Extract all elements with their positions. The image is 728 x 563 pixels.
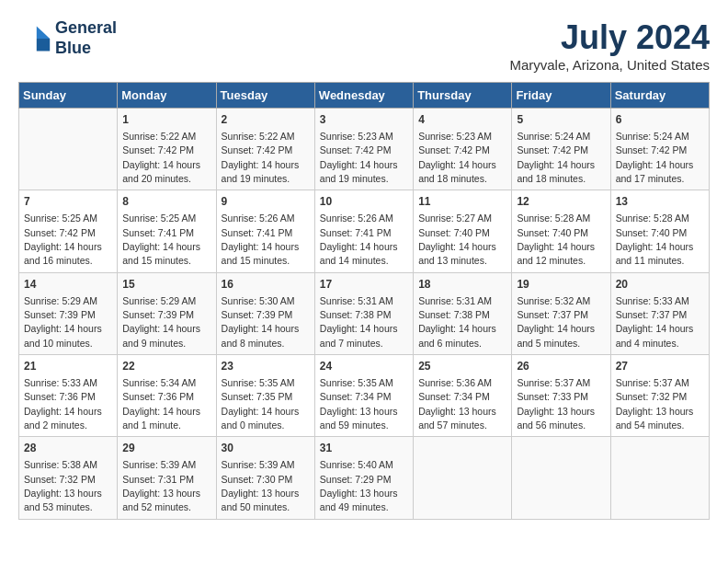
day-info: Sunrise: 5:31 AM Sunset: 7:38 PM Dayligh…: [320, 295, 398, 349]
day-number: 19: [517, 277, 605, 293]
week-row-3: 14Sunrise: 5:29 AM Sunset: 7:39 PM Dayli…: [19, 272, 710, 354]
day-cell: 3Sunrise: 5:23 AM Sunset: 7:42 PM Daylig…: [314, 109, 413, 190]
day-number: 5: [517, 112, 605, 128]
col-header-thursday: Thursday: [414, 83, 512, 109]
day-number: 28: [24, 441, 112, 456]
day-number: 2: [222, 112, 310, 128]
day-info: Sunrise: 5:37 AM Sunset: 7:32 PM Dayligh…: [616, 377, 694, 431]
col-header-wednesday: Wednesday: [314, 83, 413, 109]
day-info: Sunrise: 5:23 AM Sunset: 7:42 PM Dayligh…: [418, 131, 496, 184]
day-info: Sunrise: 5:25 AM Sunset: 7:42 PM Dayligh…: [24, 213, 102, 266]
col-header-friday: Friday: [512, 83, 610, 109]
day-info: Sunrise: 5:37 AM Sunset: 7:33 PM Dayligh…: [517, 377, 595, 431]
day-cell: 8Sunrise: 5:25 AM Sunset: 7:41 PM Daylig…: [118, 190, 216, 272]
day-cell: 22Sunrise: 5:34 AM Sunset: 7:36 PM Dayli…: [118, 355, 216, 437]
day-cell: 1Sunrise: 5:22 AM Sunset: 7:42 PM Daylig…: [118, 109, 216, 190]
day-number: 21: [24, 359, 112, 374]
day-number: 14: [24, 277, 112, 293]
day-cell: 16Sunrise: 5:30 AM Sunset: 7:39 PM Dayli…: [216, 272, 314, 354]
day-number: 1: [122, 112, 210, 128]
day-number: 20: [616, 277, 704, 293]
day-cell: 19Sunrise: 5:32 AM Sunset: 7:37 PM Dayli…: [512, 272, 610, 354]
day-number: 6: [616, 112, 704, 128]
day-info: Sunrise: 5:28 AM Sunset: 7:40 PM Dayligh…: [517, 213, 595, 266]
day-info: Sunrise: 5:26 AM Sunset: 7:41 PM Dayligh…: [320, 213, 398, 266]
day-number: 25: [418, 359, 506, 374]
day-cell: 18Sunrise: 5:31 AM Sunset: 7:38 PM Dayli…: [414, 272, 512, 354]
day-number: 17: [320, 277, 408, 293]
day-cell: 29Sunrise: 5:39 AM Sunset: 7:31 PM Dayli…: [118, 437, 216, 519]
day-cell: 13Sunrise: 5:28 AM Sunset: 7:40 PM Dayli…: [610, 190, 709, 272]
calendar-table: SundayMondayTuesdayWednesdayThursdayFrid…: [18, 82, 710, 520]
day-cell: 17Sunrise: 5:31 AM Sunset: 7:38 PM Dayli…: [314, 272, 413, 354]
day-number: 31: [320, 441, 408, 456]
day-cell: 14Sunrise: 5:29 AM Sunset: 7:39 PM Dayli…: [19, 272, 118, 354]
day-cell: 24Sunrise: 5:35 AM Sunset: 7:34 PM Dayli…: [314, 355, 413, 437]
page-header: General Blue July 2024 Maryvale, Arizona…: [18, 18, 710, 73]
location: Maryvale, Arizona, United States: [509, 57, 710, 73]
day-info: Sunrise: 5:27 AM Sunset: 7:40 PM Dayligh…: [418, 213, 496, 266]
day-cell: 27Sunrise: 5:37 AM Sunset: 7:32 PM Dayli…: [610, 355, 709, 437]
svg-marker-0: [37, 26, 50, 39]
month-year: July 2024: [509, 18, 710, 57]
day-number: 23: [222, 359, 310, 374]
day-cell: 4Sunrise: 5:23 AM Sunset: 7:42 PM Daylig…: [414, 109, 512, 190]
day-info: Sunrise: 5:36 AM Sunset: 7:34 PM Dayligh…: [418, 377, 496, 431]
svg-marker-1: [37, 39, 50, 52]
day-info: Sunrise: 5:38 AM Sunset: 7:32 PM Dayligh…: [24, 459, 102, 512]
day-info: Sunrise: 5:31 AM Sunset: 7:38 PM Dayligh…: [418, 295, 496, 349]
day-number: 3: [320, 112, 408, 128]
logo: General Blue: [18, 18, 117, 58]
day-number: 27: [616, 359, 704, 374]
day-number: 18: [418, 277, 506, 293]
day-cell: [19, 109, 118, 190]
col-header-sunday: Sunday: [19, 83, 118, 109]
day-info: Sunrise: 5:28 AM Sunset: 7:40 PM Dayligh…: [616, 213, 694, 266]
day-cell: [414, 437, 512, 519]
day-cell: 31Sunrise: 5:40 AM Sunset: 7:29 PM Dayli…: [314, 437, 413, 519]
week-row-2: 7Sunrise: 5:25 AM Sunset: 7:42 PM Daylig…: [19, 190, 710, 272]
title-block: July 2024 Maryvale, Arizona, United Stat…: [509, 18, 710, 73]
day-cell: 11Sunrise: 5:27 AM Sunset: 7:40 PM Dayli…: [414, 190, 512, 272]
week-row-4: 21Sunrise: 5:33 AM Sunset: 7:36 PM Dayli…: [19, 355, 710, 437]
col-header-saturday: Saturday: [610, 83, 709, 109]
day-number: 29: [122, 441, 210, 456]
day-info: Sunrise: 5:25 AM Sunset: 7:41 PM Dayligh…: [122, 213, 200, 266]
day-info: Sunrise: 5:22 AM Sunset: 7:42 PM Dayligh…: [122, 131, 200, 184]
day-info: Sunrise: 5:30 AM Sunset: 7:39 PM Dayligh…: [222, 295, 300, 349]
day-cell: 28Sunrise: 5:38 AM Sunset: 7:32 PM Dayli…: [19, 437, 118, 519]
day-cell: 30Sunrise: 5:39 AM Sunset: 7:30 PM Dayli…: [216, 437, 314, 519]
day-number: 30: [222, 441, 310, 456]
day-info: Sunrise: 5:24 AM Sunset: 7:42 PM Dayligh…: [616, 131, 694, 184]
day-cell: 25Sunrise: 5:36 AM Sunset: 7:34 PM Dayli…: [414, 355, 512, 437]
logo-line2: Blue: [55, 39, 117, 59]
day-number: 4: [418, 112, 506, 128]
day-info: Sunrise: 5:39 AM Sunset: 7:30 PM Dayligh…: [222, 459, 300, 512]
col-header-monday: Monday: [118, 83, 216, 109]
day-info: Sunrise: 5:29 AM Sunset: 7:39 PM Dayligh…: [122, 295, 200, 349]
day-info: Sunrise: 5:26 AM Sunset: 7:41 PM Dayligh…: [222, 213, 300, 266]
day-number: 9: [222, 194, 310, 210]
day-cell: [610, 437, 709, 519]
day-info: Sunrise: 5:22 AM Sunset: 7:42 PM Dayligh…: [222, 131, 300, 184]
day-cell: 12Sunrise: 5:28 AM Sunset: 7:40 PM Dayli…: [512, 190, 610, 272]
day-cell: 2Sunrise: 5:22 AM Sunset: 7:42 PM Daylig…: [216, 109, 314, 190]
col-header-tuesday: Tuesday: [216, 83, 314, 109]
day-cell: 7Sunrise: 5:25 AM Sunset: 7:42 PM Daylig…: [19, 190, 118, 272]
day-cell: 21Sunrise: 5:33 AM Sunset: 7:36 PM Dayli…: [19, 355, 118, 437]
day-info: Sunrise: 5:29 AM Sunset: 7:39 PM Dayligh…: [24, 295, 102, 349]
day-info: Sunrise: 5:33 AM Sunset: 7:37 PM Dayligh…: [616, 295, 694, 349]
day-number: 24: [320, 359, 408, 374]
day-number: 22: [122, 359, 210, 374]
day-cell: [512, 437, 610, 519]
header-row: SundayMondayTuesdayWednesdayThursdayFrid…: [19, 83, 710, 109]
day-info: Sunrise: 5:35 AM Sunset: 7:35 PM Dayligh…: [222, 377, 300, 431]
day-cell: 5Sunrise: 5:24 AM Sunset: 7:42 PM Daylig…: [512, 109, 610, 190]
day-cell: 10Sunrise: 5:26 AM Sunset: 7:41 PM Dayli…: [314, 190, 413, 272]
day-info: Sunrise: 5:33 AM Sunset: 7:36 PM Dayligh…: [24, 377, 102, 431]
day-info: Sunrise: 5:34 AM Sunset: 7:36 PM Dayligh…: [122, 377, 200, 431]
week-row-5: 28Sunrise: 5:38 AM Sunset: 7:32 PM Dayli…: [19, 437, 710, 519]
day-info: Sunrise: 5:35 AM Sunset: 7:34 PM Dayligh…: [320, 377, 398, 431]
day-info: Sunrise: 5:39 AM Sunset: 7:31 PM Dayligh…: [122, 459, 200, 512]
day-cell: 6Sunrise: 5:24 AM Sunset: 7:42 PM Daylig…: [610, 109, 709, 190]
